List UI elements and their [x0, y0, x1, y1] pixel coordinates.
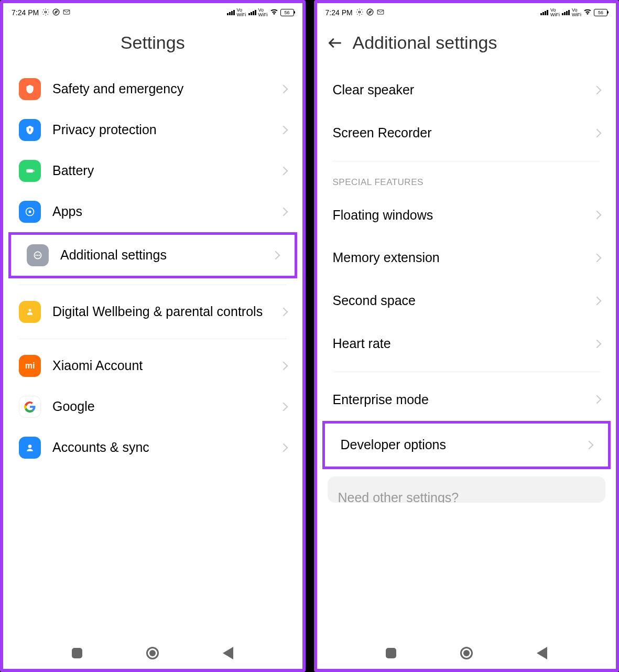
back-button[interactable] — [328, 36, 342, 50]
clock: 7:24 PM — [12, 8, 39, 17]
svg-rect-3 — [63, 9, 70, 14]
wellbeing-icon — [19, 301, 41, 323]
setting-label: Screen Recorder — [333, 124, 584, 142]
left-screen: 7:24 PM VoWiFi VoWiFi 56 — [0, 0, 306, 672]
setting-accounts[interactable]: Accounts & sync — [3, 427, 302, 468]
search-hint[interactable]: Need other settings? — [328, 476, 606, 503]
wifi-icon — [270, 9, 278, 16]
svg-point-15 — [367, 9, 373, 15]
setting-label: Heart rate — [333, 335, 584, 353]
xiaomi-icon: mi — [19, 355, 41, 377]
nav-recents-icon[interactable] — [386, 648, 396, 658]
settings-list[interactable]: Clear speaker Screen Recorder SPECIAL FE… — [317, 69, 616, 637]
compass-icon — [52, 8, 60, 17]
svg-point-12 — [29, 309, 31, 311]
settings-list[interactable]: Safety and emergency Privacy protection … — [3, 69, 302, 637]
setting-additional[interactable]: Additional settings — [8, 232, 297, 278]
additional-icon — [27, 244, 49, 266]
signal-icon-2 — [562, 10, 570, 15]
chevron-right-icon — [279, 403, 288, 411]
setting-label: Additional settings — [60, 246, 261, 264]
nav-home-icon[interactable] — [146, 647, 159, 659]
signal-icon — [540, 10, 548, 15]
divider — [19, 339, 287, 339]
chevron-right-icon — [593, 85, 602, 94]
svg-rect-4 — [26, 169, 33, 173]
setting-label: Xiaomi Account — [52, 357, 269, 375]
nav-home-icon[interactable] — [460, 647, 473, 659]
setting-battery[interactable]: Battery — [3, 150, 302, 191]
setting-label: Accounts & sync — [52, 439, 269, 457]
apps-icon — [19, 201, 41, 223]
chevron-right-icon — [279, 362, 288, 371]
svg-point-7 — [29, 211, 31, 213]
setting-xiaomi[interactable]: mi Xiaomi Account — [3, 345, 302, 386]
setting-label: Developer options — [341, 436, 576, 454]
setting-second-space[interactable]: Second space — [317, 279, 616, 322]
setting-developer-options[interactable]: Developer options — [322, 421, 611, 469]
divider — [333, 372, 601, 372]
gmail-icon — [377, 8, 384, 17]
setting-label: Second space — [333, 292, 584, 310]
compass-icon — [366, 8, 374, 17]
nav-bar — [317, 637, 616, 669]
divider — [19, 285, 287, 285]
vowifi-label: VoWiFi — [237, 8, 246, 17]
chevron-right-icon — [279, 208, 288, 216]
battery-icon: 56 — [594, 9, 607, 16]
page-title: Settings — [121, 32, 185, 53]
page-header: Settings — [3, 22, 302, 69]
chevron-right-icon — [585, 441, 594, 450]
setting-apps[interactable]: Apps — [3, 191, 302, 232]
setting-enterprise-mode[interactable]: Enterprise mode — [317, 378, 616, 421]
chevron-right-icon — [271, 251, 280, 260]
right-screen: 7:24 PM VoWiFi VoWiFi 56 — [314, 0, 620, 672]
setting-floating-windows[interactable]: Floating windows — [317, 194, 616, 237]
chevron-right-icon — [593, 128, 602, 137]
battery-icon: 56 — [280, 9, 294, 16]
gear-icon — [356, 8, 363, 17]
setting-google[interactable]: Google — [3, 386, 302, 427]
setting-clear-speaker[interactable]: Clear speaker — [317, 69, 616, 112]
svg-point-0 — [45, 11, 47, 13]
setting-label: Safety and emergency — [52, 80, 269, 98]
setting-memory-extension[interactable]: Memory extension — [317, 236, 616, 279]
svg-point-9 — [35, 255, 37, 256]
wifi-icon — [583, 9, 592, 16]
signal-icon — [227, 10, 235, 15]
svg-marker-16 — [368, 10, 371, 13]
setting-screen-recorder[interactable]: Screen Recorder — [317, 112, 616, 155]
setting-label: Battery — [52, 162, 269, 180]
svg-point-14 — [359, 11, 361, 13]
setting-label: Google — [52, 398, 269, 416]
status-bar: 7:24 PM VoWiFi VoWiFi 56 — [317, 3, 616, 22]
nav-recents-icon[interactable] — [72, 648, 82, 658]
safety-icon — [19, 78, 41, 100]
status-bar: 7:24 PM VoWiFi VoWiFi 56 — [3, 3, 302, 22]
page-header: Additional settings — [317, 22, 616, 69]
clock: 7:24 PM — [325, 8, 353, 17]
chevron-right-icon — [593, 254, 602, 263]
setting-heart-rate[interactable]: Heart rate — [317, 322, 616, 365]
google-icon — [19, 396, 41, 418]
gmail-icon — [63, 8, 70, 17]
setting-wellbeing[interactable]: Digital Wellbeing & parental controls — [3, 291, 302, 332]
chevron-right-icon — [279, 85, 288, 94]
svg-marker-2 — [55, 10, 58, 13]
chevron-right-icon — [593, 211, 602, 220]
signal-icon-2 — [248, 10, 256, 15]
setting-privacy[interactable]: Privacy protection — [3, 110, 302, 150]
gear-icon — [42, 8, 49, 17]
setting-label: Apps — [52, 203, 269, 221]
divider — [333, 161, 601, 161]
battery-icon — [19, 160, 41, 182]
setting-safety[interactable]: Safety and emergency — [3, 69, 302, 110]
nav-back-icon[interactable] — [537, 647, 547, 659]
setting-label: Privacy protection — [52, 121, 269, 139]
setting-label: Clear speaker — [333, 81, 584, 99]
vowifi-label: VoWiFi — [550, 8, 560, 17]
chevron-right-icon — [279, 167, 288, 176]
nav-back-icon[interactable] — [223, 647, 233, 659]
nav-bar — [3, 637, 302, 669]
chevron-right-icon — [593, 395, 602, 404]
